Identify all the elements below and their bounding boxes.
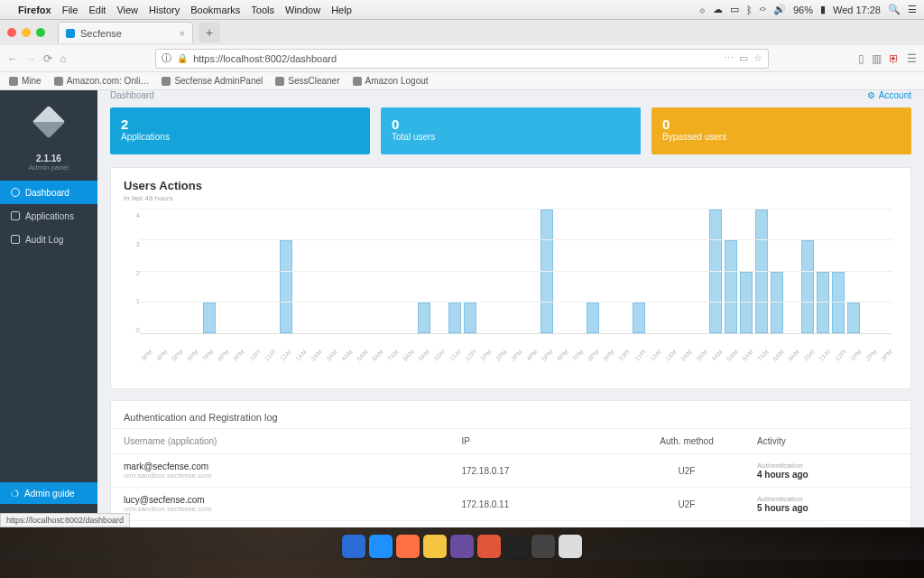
- reader-icon[interactable]: ▭: [739, 52, 748, 64]
- siri-icon[interactable]: ☰: [908, 4, 917, 15]
- battery-icon[interactable]: ▮: [820, 4, 826, 15]
- dashboard-icon: [11, 188, 20, 197]
- log-header-row: Username (application) IP Auth. method A…: [111, 428, 910, 453]
- dock-app-icon[interactable]: [477, 535, 501, 558]
- chart-bar: [847, 303, 860, 333]
- display-icon[interactable]: ▭: [730, 4, 739, 15]
- tab-title: Secfense: [80, 28, 122, 39]
- log-header-activity: Activity: [757, 436, 898, 446]
- gear-icon: ⚙: [867, 90, 875, 100]
- window-minimize-icon[interactable]: [22, 28, 31, 37]
- nav-forward-icon[interactable]: →: [25, 52, 36, 65]
- nav-audit-log[interactable]: Audit Log: [0, 228, 97, 251]
- menu-window[interactable]: Window: [285, 5, 320, 15]
- dock-app-icon[interactable]: [450, 535, 474, 558]
- macos-dock[interactable]: [0, 527, 924, 560]
- card-value: 0: [662, 117, 901, 132]
- tab-close-icon[interactable]: ×: [180, 28, 185, 39]
- dock-finder-icon[interactable]: [342, 535, 365, 558]
- nav-dashboard[interactable]: Dashboard: [0, 181, 97, 204]
- log-method: U2F: [616, 499, 757, 509]
- book-icon: ❍: [11, 489, 19, 499]
- bookmark-secfense[interactable]: Secfense AdminPanel: [162, 76, 263, 86]
- url-text: https://localhost:8002/dashboard: [193, 53, 337, 64]
- chart-bar: [771, 272, 783, 334]
- dock-app-icon[interactable]: [531, 535, 555, 558]
- browser-tab[interactable]: Secfense ×: [58, 22, 193, 43]
- window-zoom-icon[interactable]: [36, 28, 45, 37]
- auth-log-panel: Authentication and Registration log User…: [110, 400, 911, 527]
- info-icon[interactable]: ⓘ: [162, 51, 171, 65]
- admin-guide-button[interactable]: ❍Admin guide: [0, 482, 97, 504]
- bookmark-amazon-logout[interactable]: Amazon Logout: [353, 76, 429, 86]
- bookmark-label: Secfense AdminPanel: [174, 76, 263, 86]
- site-icon: [54, 77, 63, 86]
- site-icon: [353, 77, 362, 86]
- app-name[interactable]: Firefox: [18, 5, 51, 15]
- pocket-icon[interactable]: ▯: [858, 52, 864, 65]
- account-link[interactable]: ⚙Account: [867, 90, 911, 100]
- cloud-icon[interactable]: ☁: [713, 4, 723, 15]
- nav-applications[interactable]: Applications: [0, 204, 97, 228]
- bookmark-mine[interactable]: Mine: [9, 76, 42, 86]
- card-applications[interactable]: 2Applications: [110, 107, 370, 154]
- bookmark-amazon[interactable]: Amazon.com: Onli…: [54, 76, 150, 86]
- spotlight-icon[interactable]: 🔍: [888, 4, 901, 15]
- card-label: Total users: [392, 132, 630, 142]
- menu-history[interactable]: History: [149, 5, 180, 15]
- menu-bookmarks[interactable]: Bookmarks: [190, 5, 240, 15]
- chart-bar: [740, 272, 753, 334]
- bookmark-label: SessCleaner: [288, 76, 339, 86]
- new-tab-button[interactable]: +: [199, 23, 220, 42]
- menu-file[interactable]: File: [62, 5, 79, 15]
- hamburger-menu-icon[interactable]: ☰: [907, 52, 917, 65]
- card-label: Bypassed users: [662, 132, 901, 142]
- log-row[interactable]: mark@secfense.comcrm.sandbox.secfense.co…: [111, 453, 910, 487]
- url-input[interactable]: ⓘ 🔒 https://localhost:8002/dashboard ⋯ ▭…: [155, 49, 769, 69]
- menu-help[interactable]: Help: [331, 5, 352, 15]
- dock-safari-icon[interactable]: [369, 535, 393, 558]
- dock-firefox-icon[interactable]: [396, 535, 420, 558]
- dock-trash-icon[interactable]: [559, 535, 582, 558]
- window-close-icon[interactable]: [7, 28, 16, 37]
- dock-chrome-icon[interactable]: [423, 535, 447, 558]
- url-more-icon[interactable]: ⋯: [724, 52, 734, 64]
- nav-home-icon[interactable]: ⌂: [60, 52, 66, 65]
- dock-terminal-icon[interactable]: [504, 535, 528, 558]
- nav-back-icon[interactable]: ←: [7, 52, 18, 65]
- log-activity-type: Authentication: [757, 461, 898, 470]
- chart-bar: [541, 210, 553, 333]
- app-version: 2.1.16: [0, 154, 97, 163]
- bookmark-star-icon[interactable]: ☆: [753, 52, 762, 64]
- menu-view[interactable]: View: [116, 5, 138, 15]
- battery-pct[interactable]: 96%: [793, 5, 813, 15]
- bookmark-sesscleaner[interactable]: SessCleaner: [275, 76, 339, 86]
- log-method: U2F: [616, 466, 757, 476]
- dropbox-icon[interactable]: ⟐: [699, 5, 706, 15]
- log-row[interactable]: lucy@secfense.comcrm.sandbox.secfense.co…: [111, 520, 910, 527]
- menu-tools[interactable]: Tools: [251, 5, 274, 15]
- admin-guide-label: Admin guide: [24, 489, 75, 499]
- card-bypassed-users[interactable]: 0Bypassed users: [651, 107, 911, 154]
- menu-edit[interactable]: Edit: [88, 5, 106, 15]
- lock-icon: 🔒: [177, 53, 188, 63]
- volume-icon[interactable]: 🔊: [773, 4, 786, 15]
- clock[interactable]: Wed 17:28: [833, 5, 881, 15]
- log-icon: [11, 235, 20, 244]
- log-ip: 172.18.0.11: [461, 499, 616, 509]
- bluetooth-icon[interactable]: ᛒ: [746, 5, 753, 15]
- nav-label: Audit Log: [25, 235, 63, 245]
- window-controls[interactable]: [7, 28, 45, 37]
- shield-icon[interactable]: ⛨: [889, 52, 900, 65]
- wifi-icon[interactable]: ⌔: [760, 5, 766, 15]
- firefox-status-hover: https://localhost:8002/dashboard: [0, 513, 130, 527]
- card-total-users[interactable]: 0Total users: [381, 107, 641, 154]
- log-user-email: mark@secfense.com: [124, 461, 461, 471]
- app-logo: [0, 90, 97, 154]
- card-label: Applications: [121, 132, 359, 142]
- log-row[interactable]: lucy@secfense.comcrm.sandbox.secfense.co…: [111, 487, 910, 520]
- library-icon[interactable]: ▥: [872, 52, 882, 65]
- chart-bar: [725, 240, 737, 333]
- chart-bar: [464, 303, 476, 333]
- nav-reload-icon[interactable]: ⟳: [43, 52, 52, 65]
